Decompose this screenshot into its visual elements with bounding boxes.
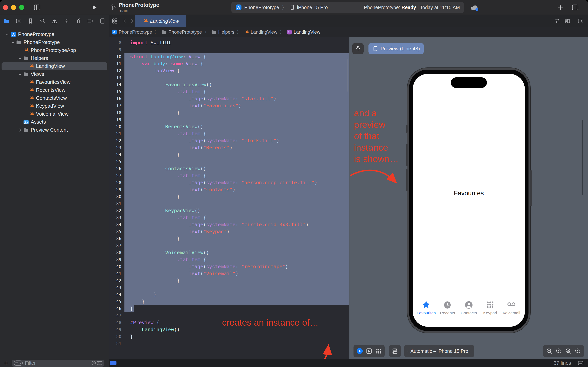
editor-scrollbar[interactable] [347, 59, 348, 92]
code-line-16[interactable]: 16 Image(systemName: "star.fill") [109, 95, 349, 102]
code-line-42[interactable]: 42 } [109, 277, 349, 284]
code-line-27[interactable]: 27 .tabItem { [109, 172, 349, 179]
variants-grid-button[interactable] [375, 348, 382, 354]
inspector-toggle-icon[interactable] [571, 4, 579, 11]
zoom-100-button[interactable] [555, 348, 562, 354]
code-line-14[interactable]: 14 FavouritesView() [109, 81, 349, 88]
code-line-21[interactable]: 21 .tabItem { [109, 130, 349, 137]
source-control-status[interactable]: PhonePrototype main [110, 2, 159, 13]
preview-badge[interactable]: Preview (Line 48) [369, 43, 424, 54]
library-add-button[interactable] [557, 4, 564, 11]
navigator-warning-icon[interactable] [51, 18, 58, 24]
phone-tab-voicemail[interactable]: Voicemail [501, 299, 522, 315]
breadcrumb-item-helpers[interactable]: Helpers [211, 29, 234, 35]
sidebar-item-phoneprototype[interactable]: PhonePrototype [0, 30, 109, 38]
phone-tab-favourites[interactable]: Favourites [416, 299, 437, 315]
code-line-23[interactable]: 23 Text("Recents") [109, 144, 349, 151]
disclosure-right-icon[interactable] [17, 127, 23, 133]
navigator-spray-icon[interactable] [75, 18, 82, 24]
code-line-28[interactable]: 28 Image(systemName: "person.crop.circle… [109, 179, 349, 186]
phone-screen[interactable]: Favourites FavouritesRecentsContactsKeyp… [413, 74, 525, 327]
navigator-breakpoint-icon[interactable] [87, 18, 93, 24]
code-line-24[interactable]: 24 } [109, 151, 349, 158]
code-line-40[interactable]: 40 Image(systemName: "recordingtape") [109, 263, 349, 270]
sidebar-item-phoneprototype[interactable]: PhonePrototype [0, 38, 109, 46]
code-line-34[interactable]: 34 Image(systemName: "circle.grid.3x3.fi… [109, 221, 349, 228]
scheme-name[interactable]: PhonePrototype [244, 5, 279, 10]
filter-icon[interactable] [14, 360, 23, 366]
sidebar-item-assets[interactable]: Assets [0, 118, 109, 126]
sidebar-item-phoneprototypeapp[interactable]: PhonePrototypeApp [0, 46, 109, 54]
sidebar-item-views[interactable]: Views [0, 70, 109, 78]
add-editor-button[interactable] [578, 18, 584, 24]
sidebar-item-keypadview[interactable]: KeypadView [0, 102, 109, 110]
code-line-22[interactable]: 22 Image(systemName: "clock.fill") [109, 137, 349, 144]
code-line-41[interactable]: 41 Text("Voicemail") [109, 270, 349, 277]
breadcrumb-item-landingview[interactable]: LandingView [244, 29, 277, 35]
code-line-33[interactable]: 33 .tabItem { [109, 214, 349, 221]
zoom-fit-button[interactable] [565, 348, 572, 354]
disclosure-down-icon[interactable] [17, 56, 23, 61]
navigator-listdoc-icon[interactable] [99, 18, 105, 24]
breakpoint-indicator[interactable] [110, 361, 117, 365]
code-line-46[interactable]: 46} [109, 305, 349, 312]
minimize-window-button[interactable] [11, 5, 16, 10]
code-line-20[interactable]: 20 RecentsView() [109, 123, 349, 130]
run-button[interactable] [91, 4, 98, 11]
activity-status-pill[interactable]: PhonePrototype 〉 iPhone 15 Pro PhoneProt… [231, 2, 464, 13]
device-settings-button[interactable] [389, 345, 401, 357]
related-items-icon[interactable] [112, 18, 118, 24]
navigator-folderblue-icon[interactable] [3, 18, 10, 24]
go-forward-button[interactable] [129, 18, 135, 24]
code-line-11[interactable]: 11 var body: some View { [109, 60, 349, 67]
code-line-15[interactable]: 15 .tabItem { [109, 88, 349, 95]
sidebar-item-preview-content[interactable]: Preview Content [0, 126, 109, 134]
code-line-38[interactable]: 38 VoicemailView() [109, 249, 349, 256]
live-preview-button[interactable] [356, 348, 363, 354]
tab-landingview[interactable]: LandingView [135, 15, 186, 27]
breadcrumb-item-landingview[interactable]: SLandingView [287, 29, 320, 35]
close-window-button[interactable] [3, 5, 8, 10]
code-line-36[interactable]: 36 } [109, 235, 349, 242]
preview-device-picker[interactable]: Automatic – iPhone 15 Pro [404, 345, 474, 357]
navigator-bookmark-icon[interactable] [27, 18, 34, 24]
code-line-31[interactable]: 31 [109, 200, 349, 207]
code-line-45[interactable]: 45 } [109, 298, 349, 305]
code-line-35[interactable]: 35 Text("Keypad") [109, 228, 349, 235]
sidebar-item-landingview[interactable]: LandingView [0, 62, 109, 70]
code-line-32[interactable]: 32 KeypadView() [109, 207, 349, 214]
bottom-bar-toggle-icon[interactable] [578, 360, 584, 366]
sidebar-item-contactsview[interactable]: ContactsView [0, 94, 109, 102]
preview-scrollbar[interactable] [582, 120, 583, 195]
code-line-29[interactable]: 29 Text("Contacts") [109, 186, 349, 193]
code-editor[interactable]: 8import SwiftUI910struct LandingView: Vi… [109, 37, 349, 359]
sidebar-item-recentsview[interactable]: RecentsView [0, 86, 109, 94]
disclosure-down-icon[interactable] [17, 72, 23, 77]
zoom-window-button[interactable] [19, 5, 24, 10]
navigator-xsquare-icon[interactable] [16, 18, 22, 24]
code-line-17[interactable]: 17 Text("Favourites") [109, 102, 349, 109]
phone-tab-keypad[interactable]: Keypad [479, 299, 501, 315]
code-line-10[interactable]: 10struct LandingView: View { [109, 53, 349, 60]
run-destination[interactable]: iPhone 15 Pro [297, 5, 328, 10]
code-line-30[interactable]: 30 } [109, 193, 349, 200]
disclosure-down-icon[interactable] [5, 32, 10, 37]
code-line-9[interactable]: 9 [109, 46, 349, 53]
breadcrumb-item-phoneprototype[interactable]: PhonePrototype [112, 29, 152, 35]
add-file-button[interactable]: + [3, 360, 9, 366]
code-review-icon[interactable] [554, 18, 561, 24]
zoom-in-button[interactable] [575, 348, 581, 354]
adjust-editor-options-icon[interactable] [564, 18, 570, 24]
navigator-toggle-icon[interactable] [34, 4, 41, 11]
zoom-out-button[interactable] [546, 348, 553, 354]
code-line-8[interactable]: 8import SwiftUI [109, 39, 349, 46]
phone-tab-recents[interactable]: Recents [437, 299, 458, 315]
sidebar-item-favouritesview[interactable]: FavouritesView [0, 78, 109, 86]
pin-preview-button[interactable] [352, 43, 364, 54]
code-line-13[interactable]: 13 [109, 74, 349, 81]
navigator-search-icon[interactable] [40, 18, 46, 24]
breadcrumb-item-phoneprototype[interactable]: PhonePrototype [161, 29, 202, 35]
code-line-12[interactable]: 12 TabView { [109, 67, 349, 74]
sidebar-item-voicemailview[interactable]: VoicemailView [0, 110, 109, 118]
code-line-37[interactable]: 37 [109, 242, 349, 249]
